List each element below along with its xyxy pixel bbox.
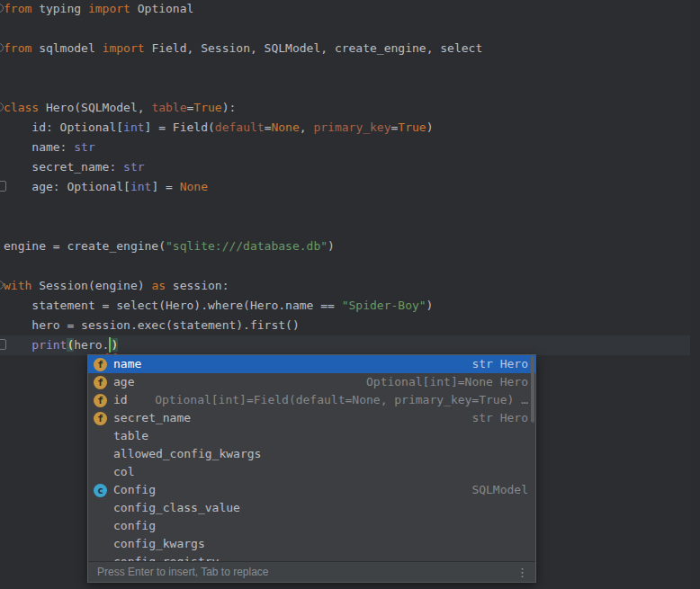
completion-item-type: str Hero xyxy=(191,408,528,428)
code-token: default xyxy=(215,120,265,134)
code-token: Hero(SQLModel, xyxy=(39,101,151,114)
completion-list: fnamestr HerofageOptional[int]=None Hero… xyxy=(88,355,535,561)
code-token: with xyxy=(4,279,31,292)
completion-hint-text: Press Enter to insert, Tab to replace xyxy=(97,562,516,582)
code-token: age: Optional[ xyxy=(4,180,130,193)
code-line[interactable] xyxy=(0,197,700,217)
code-token: from xyxy=(4,2,31,15)
code-token: hero xyxy=(74,338,102,352)
code-token: "sqlite:///database.db" xyxy=(166,239,328,253)
code-line[interactable]: from typing import Optional xyxy=(0,0,700,19)
code-line[interactable]: with Session(engine) as session: xyxy=(0,276,700,296)
completion-item-label: name xyxy=(113,355,141,374)
code-line[interactable] xyxy=(0,19,700,39)
code-token: ) xyxy=(426,299,434,312)
code-token: . xyxy=(103,338,110,352)
completion-item-label: table xyxy=(113,426,148,446)
code-token: ] = xyxy=(151,180,179,193)
completion-item[interactable]: config xyxy=(88,517,535,535)
code-token: ) xyxy=(328,239,335,253)
field-icon: f xyxy=(94,412,107,425)
code-token: hero = session.exec(statement).first() xyxy=(4,318,300,332)
code-token: table xyxy=(151,101,186,114)
completion-item-label: config xyxy=(113,516,156,536)
code-token: engine = create_engine( xyxy=(4,239,166,253)
completion-item-label: allowed_config_kwargs xyxy=(113,444,261,464)
code-token: primary_key xyxy=(313,120,390,134)
code-token: ) xyxy=(426,120,434,134)
completion-item-label: id xyxy=(113,390,128,410)
code-token: int xyxy=(130,180,151,193)
completion-item[interactable]: config_registry xyxy=(88,553,535,561)
code-line[interactable]: id: Optional[int] = Field(default=None, … xyxy=(0,118,700,138)
completion-item[interactable]: config_kwargs xyxy=(88,535,535,553)
completion-scrollbar-thumb[interactable] xyxy=(531,356,534,423)
code-line[interactable]: secret_name: str xyxy=(0,157,700,177)
code-line[interactable] xyxy=(0,58,700,78)
code-token: Optional xyxy=(130,2,193,15)
code-token: statement = select(Hero).where(Hero.name… xyxy=(4,299,342,312)
code-token: Field, Session, SQLModel, create_engine,… xyxy=(145,41,483,55)
code-line[interactable]: statement = select(Hero).where(Hero.name… xyxy=(0,296,700,316)
completion-item[interactable]: fageOptional[int]=None Hero xyxy=(88,373,535,391)
icon-placeholder xyxy=(94,520,107,533)
gutter-mark-icon[interactable] xyxy=(0,181,6,192)
code-token: None xyxy=(271,120,299,134)
icon-placeholder xyxy=(94,448,107,461)
code-token: ] = Field( xyxy=(145,120,215,134)
code-token: ) xyxy=(111,338,118,352)
code-token: session: xyxy=(166,279,229,292)
code-line[interactable]: name: str xyxy=(0,138,700,157)
code-token: class xyxy=(4,101,39,114)
code-line[interactable] xyxy=(0,217,700,236)
completion-item-label: secret_name xyxy=(113,408,191,428)
completion-footer: Press Enter to insert, Tab to replace ⋮ xyxy=(88,561,535,582)
code-token: print xyxy=(31,338,67,352)
code-area[interactable]: from typing import Optionalfrom sqlmodel… xyxy=(0,0,700,355)
code-line[interactable]: engine = create_engine("sqlite:///databa… xyxy=(0,236,700,256)
code-token: str xyxy=(74,140,94,154)
code-token: sqlmodel xyxy=(31,41,102,55)
code-token: None xyxy=(180,180,208,193)
icon-placeholder xyxy=(94,466,107,479)
code-token: name: xyxy=(4,140,74,154)
field-icon: f xyxy=(94,376,107,389)
code-line[interactable] xyxy=(0,78,700,98)
completion-item[interactable]: fnamestr Hero xyxy=(88,355,535,373)
completion-item-type: str Hero xyxy=(141,355,528,374)
code-editor-window: from typing import Optionalfrom sqlmodel… xyxy=(0,0,700,589)
code-token: Session(engine) xyxy=(31,279,151,292)
field-icon: f xyxy=(94,358,107,371)
code-token: str xyxy=(123,160,144,174)
code-line[interactable]: hero = session.exec(statement).first() xyxy=(0,316,700,335)
field-icon: f xyxy=(94,394,107,407)
code-token: , xyxy=(300,120,314,134)
completion-item[interactable]: fsecret_namestr Hero xyxy=(88,409,535,427)
completion-item[interactable]: cConfigSQLModel xyxy=(88,481,535,499)
code-line[interactable]: age: Optional[int] = None xyxy=(0,177,700,197)
code-line[interactable] xyxy=(0,256,700,276)
completion-item[interactable]: allowed_config_kwargs xyxy=(88,445,535,463)
code-token: True xyxy=(398,120,426,134)
code-line[interactable]: print(hero.) xyxy=(0,335,700,355)
code-token: secret_name: xyxy=(4,160,123,174)
code-token: from xyxy=(4,41,31,55)
code-token: int xyxy=(123,120,144,134)
code-line[interactable]: class Hero(SQLModel, table=True): xyxy=(0,98,700,118)
completion-item[interactable]: config_class_value xyxy=(88,499,535,517)
completion-item-label: config_class_value xyxy=(113,498,240,518)
completion-item[interactable]: fidOptional[int]=Field(default=None, pri… xyxy=(88,391,535,409)
completion-item[interactable]: table xyxy=(88,427,535,445)
code-token: import xyxy=(103,41,145,55)
icon-placeholder xyxy=(94,502,107,515)
code-token: ): xyxy=(222,101,237,114)
gutter-mark-icon[interactable] xyxy=(0,339,6,350)
editor-scrollbar-track[interactable] xyxy=(690,0,700,589)
completion-item[interactable]: col xyxy=(88,463,535,481)
more-options-icon[interactable]: ⋮ xyxy=(516,567,528,578)
completion-popup: fnamestr HerofageOptional[int]=None Hero… xyxy=(87,354,536,583)
class-icon: c xyxy=(94,484,107,497)
code-line[interactable]: from sqlmodel import Field, Session, SQL… xyxy=(0,39,700,58)
completion-item-label: col xyxy=(113,462,134,482)
code-token: as xyxy=(151,279,166,292)
